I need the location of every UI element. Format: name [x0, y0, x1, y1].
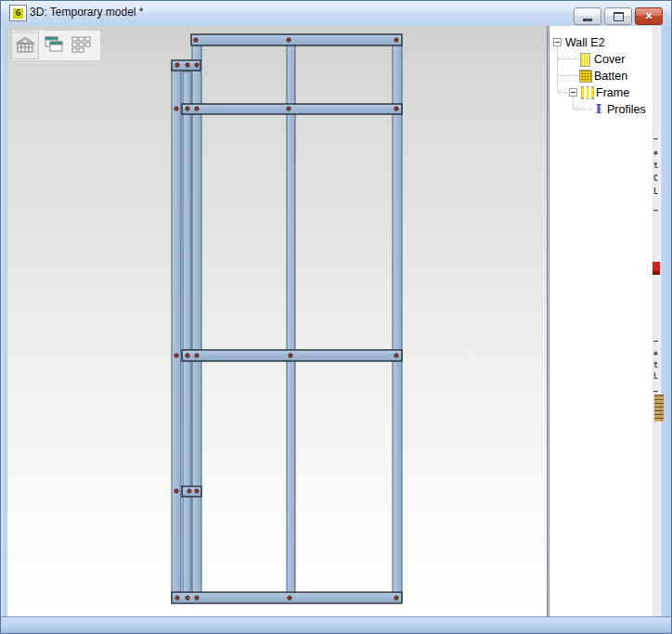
tree-item-wall-e2[interactable]: Wall E2 — [549, 34, 653, 50]
cascade-windows-icon — [43, 35, 63, 57]
maximize-icon — [614, 12, 624, 21]
batten-mesh-icon — [579, 70, 592, 83]
frame-stud[interactable] — [192, 45, 201, 600]
app-icon-glyph: G — [13, 8, 23, 19]
screw-marker — [195, 489, 199, 493]
screw-marker — [195, 596, 199, 600]
screw-marker — [288, 596, 291, 600]
tree-item-frame[interactable]: Frame — [549, 84, 653, 100]
screw-marker — [186, 107, 189, 110]
screw-marker — [195, 354, 199, 357]
screw-marker — [289, 354, 292, 357]
model-tree-panel: Wall E2 Cover Batten Frame I Profiles — [549, 26, 653, 616]
cascade-windows-button[interactable] — [39, 32, 67, 59]
minimize-button[interactable] — [574, 7, 601, 25]
screw-marker — [186, 354, 189, 357]
frame-stud[interactable] — [172, 70, 181, 600]
tree-item-label[interactable]: Cover — [594, 53, 625, 66]
frame-stud[interactable] — [183, 71, 191, 600]
screw-marker — [175, 63, 179, 67]
window-left-border — [0, 26, 7, 616]
close-icon: ✕ — [644, 11, 653, 21]
i-beam-icon: I — [596, 103, 601, 115]
minimize-icon — [583, 19, 592, 21]
window-controls: ✕ — [574, 7, 663, 25]
screw-marker — [394, 354, 398, 357]
screw-marker — [394, 107, 398, 110]
tree-item-label[interactable]: Batten — [594, 70, 627, 83]
window-right-border — [653, 26, 672, 616]
screw-marker — [174, 489, 178, 493]
frame-section-icon — [581, 86, 594, 99]
tree-item-label[interactable]: Frame — [596, 86, 629, 99]
screw-marker — [394, 596, 398, 600]
screw-marker — [195, 107, 199, 110]
screw-marker — [195, 63, 199, 67]
tree-item-batten[interactable]: Batten — [549, 68, 653, 84]
frame-stud[interactable] — [393, 45, 402, 600]
frame-rail[interactable] — [191, 34, 402, 45]
tile-windows-button[interactable] — [67, 32, 95, 59]
viewport-toolbar — [11, 31, 100, 60]
wall-frame-drawing[interactable] — [7, 26, 547, 616]
screw-marker — [174, 354, 178, 357]
tile-windows-icon — [71, 35, 91, 57]
window-title: 3D: Temporary model * — [30, 6, 144, 19]
app-window: G 3D: Temporary model * ✕ — [0, 0, 672, 634]
frame-house-view-button[interactable] — [11, 32, 39, 59]
title-bar[interactable]: G 3D: Temporary model * ✕ — [0, 0, 672, 27]
screw-marker — [174, 107, 178, 110]
cover-stripes-icon — [580, 53, 590, 67]
screw-marker — [187, 489, 191, 493]
screw-marker — [287, 107, 291, 110]
tree-item-cover[interactable]: Cover — [549, 51, 653, 67]
collapse-toggle-wall[interactable] — [553, 38, 562, 46]
frame-rail[interactable] — [172, 592, 402, 603]
frame-stud[interactable] — [287, 45, 295, 600]
collapse-toggle-frame[interactable] — [569, 88, 577, 97]
app-icon[interactable]: G — [9, 5, 27, 21]
tree-item-label[interactable]: Profiles — [607, 103, 646, 116]
close-button[interactable]: ✕ — [635, 7, 663, 25]
screw-marker — [186, 63, 189, 67]
screw-marker — [194, 38, 198, 42]
window-bottom-border — [0, 616, 672, 634]
frame-rail[interactable] — [182, 104, 402, 114]
screw-marker — [186, 596, 189, 600]
screw-marker — [175, 596, 179, 600]
tree-item-label[interactable]: Wall E2 — [565, 36, 605, 49]
screw-marker — [394, 38, 398, 42]
tree-item-profiles[interactable]: I Profiles — [549, 101, 653, 117]
maximize-button[interactable] — [604, 7, 632, 25]
3d-viewport[interactable] — [7, 26, 548, 616]
screw-marker — [287, 38, 291, 42]
frame-house-icon — [15, 35, 35, 57]
